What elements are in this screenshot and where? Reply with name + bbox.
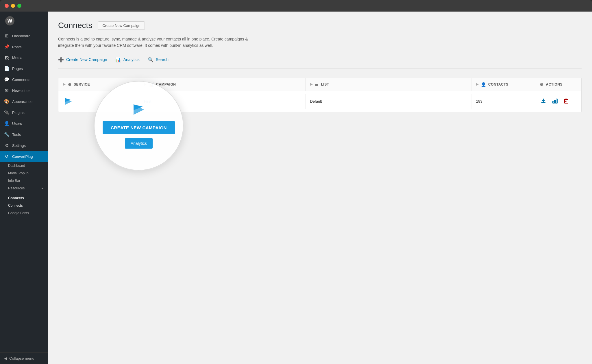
svg-rect-6 <box>556 99 557 103</box>
page-description: Connects is a tool to capture, sync, man… <box>58 36 260 49</box>
row-actions <box>540 97 570 106</box>
sidebar-item-settings[interactable]: ⚙ Settings <box>0 140 48 151</box>
td-contacts: 183 <box>471 94 535 109</box>
posts-icon: 📌 <box>4 44 9 49</box>
analytics-link[interactable]: 📊 Analytics <box>115 57 140 62</box>
campaign-logo-svg <box>64 97 73 106</box>
service-header-icon: ⊕ <box>68 82 72 87</box>
search-icon: 🔍 <box>148 57 153 62</box>
th-service: ▶ ⊕ SERVICE <box>58 78 139 91</box>
th-contacts-arrow: ▶ <box>476 82 479 86</box>
wp-logo-area: W <box>0 12 48 30</box>
sidebar-item-appearance[interactable]: 🎨 Appearance <box>0 96 48 107</box>
sidebar-item-plugins[interactable]: 🔌 Plugins <box>0 107 48 118</box>
create-new-campaign-link[interactable]: ➕ Create New Campaign <box>58 57 107 62</box>
sidebar-item-dashboard[interactable]: ⊞ Dashboard <box>0 30 48 41</box>
th-list: ▶ ☰ LIST <box>306 78 472 91</box>
collapse-menu-button[interactable]: ◀ Collapse menu <box>0 352 48 364</box>
table-row: First Default 183 <box>58 91 581 112</box>
sidebar-menu: ⊞ Dashboard 📌 Posts 🖼 Media 📄 Pages 💬 Co… <box>0 30 48 352</box>
wp-logo-icon[interactable]: W <box>5 16 14 25</box>
campaign-name-link[interactable]: First <box>144 99 151 104</box>
dashboard-icon: ⊞ <box>4 33 9 38</box>
campaigns-table: ▶ ⊕ SERVICE ▶ 📊 CAMPAIGN ▶ ☰ LIST <box>58 78 582 112</box>
svg-rect-7 <box>565 99 568 103</box>
create-campaign-icon: ➕ <box>58 57 64 62</box>
sidebar-item-newsletter[interactable]: ✉ Newsletter <box>0 85 48 96</box>
appearance-icon: 🎨 <box>4 99 9 104</box>
create-new-campaign-big-button[interactable]: CREATE NEW CAMPAIGN <box>103 121 175 134</box>
media-icon: 🖼 <box>4 55 9 60</box>
main-content: Connects Create New Campaign Connects is… <box>48 12 592 364</box>
sidebar-item-media[interactable]: 🖼 Media <box>0 52 48 63</box>
th-campaign-arrow: ▶ <box>144 82 147 86</box>
sidebar-item-info-bar[interactable]: Info Bar <box>0 177 48 184</box>
svg-rect-2 <box>541 102 545 103</box>
search-link[interactable]: 🔍 Search <box>148 57 169 62</box>
window-chrome <box>0 0 592 12</box>
svg-rect-5 <box>554 100 556 103</box>
row-analytics-button[interactable] <box>551 97 559 106</box>
td-campaign: First <box>139 94 306 109</box>
delete-button[interactable] <box>563 97 570 106</box>
sidebar-item-connects[interactable]: Connects <box>0 202 48 209</box>
sidebar-item-comments[interactable]: 💬 Comments <box>0 74 48 85</box>
sidebar-item-resources[interactable]: Resources ▼ <box>0 184 48 192</box>
page-header: Connects Create New Campaign <box>58 21 582 30</box>
sidebar-item-pages[interactable]: 📄 Pages <box>0 63 48 74</box>
th-actions: ⚙ ACTIONS <box>535 78 581 91</box>
campaign-header-icon: 📊 <box>149 82 154 87</box>
page-title: Connects <box>58 21 92 30</box>
sidebar-item-convertplug[interactable]: ↺ ConvertPlug <box>0 151 48 162</box>
maximize-button[interactable] <box>17 4 21 8</box>
sidebar-item-users[interactable]: 👤 Users <box>0 118 48 129</box>
td-service <box>58 91 139 112</box>
collapse-icon: ◀ <box>4 356 7 361</box>
comments-icon: 💬 <box>4 77 9 82</box>
create-campaign-header-button[interactable]: Create New Campaign <box>98 21 145 30</box>
analytics-small-button[interactable]: Analytics <box>125 138 153 149</box>
th-campaign: ▶ 📊 CAMPAIGN <box>139 78 306 91</box>
sidebar-item-posts[interactable]: 📌 Posts <box>0 41 48 52</box>
action-links-bar: ➕ Create New Campaign 📊 Analytics 🔍 Sear… <box>58 57 582 69</box>
pages-icon: 📄 <box>4 66 9 71</box>
sidebar-item-google-fonts[interactable]: Google Fonts <box>0 209 48 217</box>
plugins-icon: 🔌 <box>4 110 9 115</box>
list-header-icon: ☰ <box>315 82 319 87</box>
td-list: Default <box>306 94 472 109</box>
sidebar-item-cp-dashboard[interactable]: Dashboard <box>0 162 48 169</box>
export-button[interactable] <box>540 97 547 106</box>
chevron-down-icon: ▼ <box>41 187 44 190</box>
page-content: Connects Create New Campaign Connects is… <box>48 12 592 121</box>
convertplug-icon: ↺ <box>4 154 9 159</box>
th-service-arrow: ▶ <box>63 82 66 86</box>
close-button[interactable] <box>5 4 9 8</box>
campaign-logo <box>63 96 73 107</box>
th-contacts: ▶ 👤 CONTACTS <box>471 78 535 91</box>
actions-header-icon: ⚙ <box>540 82 544 87</box>
newsletter-icon: ✉ <box>4 88 9 93</box>
table-header: ▶ ⊕ SERVICE ▶ 📊 CAMPAIGN ▶ ☰ LIST <box>58 78 581 91</box>
tools-icon: 🔧 <box>4 132 9 137</box>
app-container: W ⊞ Dashboard 📌 Posts 🖼 Media 📄 Pages 💬 … <box>0 12 592 364</box>
sidebar-item-modal-popup[interactable]: Modal Popup <box>0 169 48 177</box>
analytics-icon: 📊 <box>115 57 121 62</box>
contacts-header-icon: 👤 <box>481 82 486 87</box>
sidebar: W ⊞ Dashboard 📌 Posts 🖼 Media 📄 Pages 💬 … <box>0 12 48 364</box>
td-actions <box>535 92 581 111</box>
svg-rect-4 <box>553 101 554 103</box>
minimize-button[interactable] <box>11 4 15 8</box>
users-icon: 👤 <box>4 121 9 126</box>
sidebar-section-connects: Connects <box>0 192 48 202</box>
settings-icon: ⚙ <box>4 143 9 148</box>
sidebar-item-tools[interactable]: 🔧 Tools <box>0 129 48 140</box>
th-list-arrow: ▶ <box>310 82 313 86</box>
